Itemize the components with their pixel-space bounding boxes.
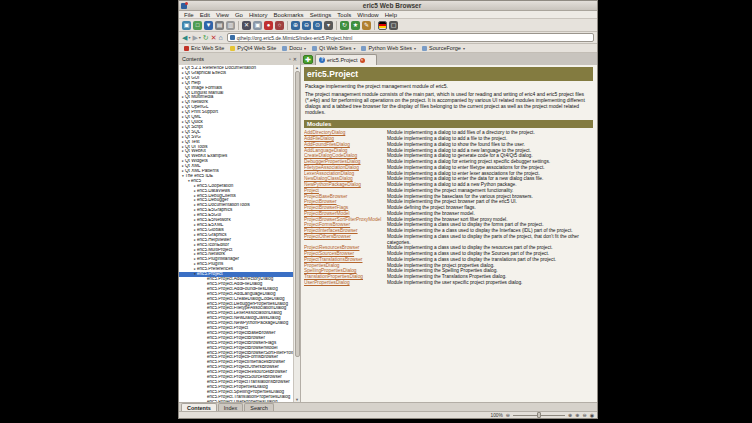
zoom-slider[interactable]	[513, 415, 565, 416]
bookmarks-bar: Eric Web SitePyQt4 Web SiteDocu▾Qt Web S…	[179, 44, 597, 53]
chevron-down-icon: ▾	[414, 46, 416, 51]
new-tab-button[interactable]: ▣	[182, 21, 191, 30]
menu-bookmarks[interactable]: Bookmarks	[271, 11, 307, 19]
print-preview-button[interactable]: ▥	[226, 21, 235, 30]
scrollbar-thumb[interactable]	[295, 71, 300, 357]
menu-history[interactable]: History	[246, 11, 271, 19]
zoom-level-label: 100%	[491, 413, 503, 418]
chevron-down-icon: ▾	[304, 46, 306, 51]
bookmark-python-web-sites[interactable]: Python Web Sites▾	[361, 45, 416, 51]
edit-button[interactable]: ✎	[362, 21, 371, 30]
intro-paragraph-1: Package implementing the project managem…	[305, 84, 592, 90]
url-input[interactable]: qthelp://org.eric5.de.MimicS/index-eric5…	[237, 35, 353, 41]
zoom-out-icon[interactable]: ⊖	[506, 412, 510, 419]
fullscreen-button[interactable]: ▢	[389, 21, 398, 30]
history-button[interactable]: ▾	[324, 21, 333, 30]
sidebar-scrollbar[interactable]: ▲ ▼	[293, 65, 300, 402]
dock-close-button[interactable]: ✕	[293, 56, 297, 62]
zoom-in-button[interactable]: ⊕	[291, 21, 300, 30]
tab-eric5-project[interactable]: ? eric5.Project ✕	[315, 54, 377, 65]
menu-tools[interactable]: Tools	[334, 11, 354, 19]
app-icon	[181, 3, 187, 9]
page-title: eric5.Project	[304, 67, 593, 81]
module-description: Module implementing a class used to disp…	[387, 234, 593, 246]
bookmark-label: PyQt4 Web Site	[237, 45, 276, 51]
folder-icon	[312, 46, 317, 51]
dock-title: Contents	[182, 56, 289, 62]
folder-icon	[422, 46, 427, 51]
chevron-down-icon: ▾	[188, 33, 190, 43]
print-button[interactable]: ▤	[215, 21, 224, 30]
zoom-out-button[interactable]: ⊖	[302, 21, 311, 30]
privacy-icon[interactable]: ◉	[590, 412, 594, 419]
bookmark-label: SourceForge	[429, 45, 461, 51]
dock-float-button[interactable]: ▫	[289, 56, 291, 62]
reload-button[interactable]: ↻	[203, 33, 209, 43]
menu-window[interactable]: Window	[354, 11, 381, 19]
sync-toc-button[interactable]: ↻	[340, 21, 349, 30]
folder-icon	[361, 46, 366, 51]
forward-button[interactable]: ▶▾	[192, 33, 200, 43]
menu-settings[interactable]: Settings	[307, 11, 335, 19]
bookmark-label: Docu	[289, 45, 302, 51]
module-link[interactable]: UserPropertiesDialog	[304, 280, 384, 286]
magnifier-minus-icon[interactable]: ⊖	[582, 412, 586, 419]
bookmark-docu[interactable]: Docu▾	[282, 45, 306, 51]
bookmark-label: Qt Web Sites	[319, 45, 351, 51]
zoom-slider-handle[interactable]	[537, 412, 541, 418]
zoom-in-icon[interactable]: ⊕	[568, 412, 572, 419]
bookmark-eric-web-site[interactable]: Eric Web Site	[184, 45, 224, 51]
folder-icon	[282, 46, 287, 51]
language-german-flag[interactable]	[378, 21, 387, 30]
dock-tab-index[interactable]: Index	[218, 403, 243, 411]
menu-go[interactable]: Go	[232, 11, 246, 19]
intro-paragraph-2: The project management module consists o…	[305, 92, 592, 116]
modules-table: AddDirectoryDialogModule implementing a …	[304, 130, 593, 285]
new-tab-button[interactable]: ✚	[303, 55, 313, 64]
main-toolbar: ▣□▼▤▥✕▣●○⊕⊖⊙▾↻★✎▢	[179, 19, 597, 32]
tab-label: eric5.Project	[327, 57, 358, 63]
close-button[interactable]: ✕	[242, 21, 251, 30]
chevron-down-icon: ▾	[353, 46, 355, 51]
status-bar: 100% ⊖ ⊕ ⊕ ⊖ ◉	[179, 411, 597, 418]
menu-file[interactable]: File	[181, 11, 197, 19]
bookmark-label: Python Web Sites	[368, 45, 412, 51]
menu-edit[interactable]: Edit	[197, 11, 213, 19]
stop-loading-button[interactable]: ●	[264, 21, 273, 30]
dock-tab-contents[interactable]: Contents	[181, 403, 217, 411]
browser-window: eric5 Web Browser FileEditViewGoHistoryB…	[178, 0, 598, 419]
url-bar[interactable]: qthelp://org.eric5.de.MimicS/index-eric5…	[227, 33, 594, 42]
desktop: eric5 Web Browser FileEditViewGoHistoryB…	[0, 0, 752, 423]
home-button[interactable]: ⌂	[219, 33, 223, 43]
menu-help[interactable]: Help	[382, 11, 400, 19]
scroll-up-icon[interactable]: ▲	[295, 65, 299, 70]
toolbar-separator	[336, 21, 337, 30]
module-link[interactable]: ProjectOthersBrowser	[304, 234, 384, 246]
main-area: ▸Qt 5.2.1 Reference Documentation▸Qt Gra…	[179, 65, 597, 402]
find-button[interactable]: ○	[275, 21, 284, 30]
tab-row: Contents ▫ ✕ ✚ ? eric5.Project ✕	[179, 53, 597, 65]
back-button[interactable]: ◀▾	[182, 33, 190, 43]
add-bookmark-button[interactable]: ★	[351, 21, 360, 30]
bookmark-qt-web-sites[interactable]: Qt Web Sites▾	[312, 45, 355, 51]
chevron-down-icon: ▾	[199, 33, 201, 43]
bookmark-pyqt4-web-site[interactable]: PyQt4 Web Site	[230, 45, 276, 51]
help-icon: ?	[319, 57, 325, 63]
navigation-bar: ◀▾▶▾↻✕⌂ qthelp://org.eric5.de.MimicS/ind…	[179, 32, 597, 44]
magnifier-plus-icon[interactable]: ⊕	[575, 412, 579, 419]
menu-view[interactable]: View	[213, 11, 232, 19]
modules-heading: Modules	[304, 120, 593, 128]
new-window-button[interactable]: □	[193, 21, 202, 30]
zoom-reset-button[interactable]: ⊙	[313, 21, 322, 30]
save-as-button[interactable]: ▼	[204, 21, 213, 30]
tab-close-icon[interactable]: ✕	[360, 58, 365, 63]
dock-tab-search[interactable]: Search	[244, 403, 273, 411]
menu-bar: FileEditViewGoHistoryBookmarksSettingsTo…	[179, 11, 597, 19]
pyqt-site-icon	[230, 46, 235, 51]
stop-button[interactable]: ✕	[211, 33, 217, 43]
bookmark-sourceforge[interactable]: SourceForge▾	[422, 45, 465, 51]
copy-button[interactable]: ▣	[253, 21, 262, 30]
title-bar[interactable]: eric5 Web Browser	[179, 1, 597, 11]
nav-buttons: ◀▾▶▾↻✕⌂	[182, 33, 223, 43]
tab-bar: ✚ ? eric5.Project ✕	[301, 53, 597, 65]
